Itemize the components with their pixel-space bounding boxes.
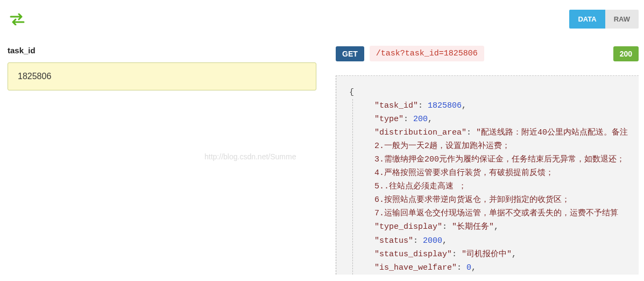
main-content: task_id GET /task?task_id=1825806 200 { … (0, 38, 644, 275)
json-status-display: "status_display": "司机报价中", (374, 248, 639, 261)
topbar: DATA RAW (0, 0, 644, 38)
json-distribution-area-l2: 2.一般为一天2趟，设置加跑补运费； (374, 139, 639, 153)
right-panel: GET /task?task_id=1825806 200 { "task_id… (336, 46, 639, 275)
json-distribution-area: "distribution_area": "配送线路：附近40公里内站点配送。备… (374, 126, 639, 139)
json-open-brace: { (346, 86, 639, 99)
json-is-have-welfare: "is_have_welfare": 0, (374, 261, 639, 275)
view-tabs: DATA RAW (569, 10, 639, 29)
field-label-task-id: task_id (8, 46, 316, 55)
json-type: "type": 200, (374, 113, 639, 126)
request-line: GET /task?task_id=1825806 200 (336, 46, 639, 61)
json-task-id: "task_id": 1825806, (374, 99, 639, 113)
task-id-input[interactable] (8, 62, 316, 90)
json-response-panel[interactable]: { "task_id": 1825806, "type": 200, "dist… (336, 75, 639, 275)
http-status-badge: 200 (613, 46, 639, 61)
json-distribution-area-l6: 6.按照站点要求带逆向货返仓，并卸到指定的收货区； (374, 193, 639, 207)
http-method-badge: GET (336, 46, 364, 61)
request-url: /task?task_id=1825806 (370, 46, 484, 61)
swap-arrows-icon (10, 13, 25, 25)
json-distribution-area-l7: 7.运输回单返仓交付现场运管，单据不交或者丢失的，运费不予结算 (374, 207, 639, 220)
json-distribution-area-l4: 4.严格按照运管要求自行装货，有破损提前反馈； (374, 166, 639, 180)
tab-data[interactable]: DATA (569, 10, 605, 29)
tab-raw[interactable]: RAW (605, 10, 639, 29)
json-status: "status": 2000, (374, 234, 639, 248)
json-distribution-area-l5: 5..往站点必须走高速 ； (374, 180, 639, 193)
left-panel: task_id (8, 46, 316, 275)
json-distribution-area-l3: 3.需缴纳押金200元作为履约保证金，任务结束后无异常，如数退还； (374, 153, 639, 166)
json-type-display: "type_display": "长期任务", (374, 220, 639, 234)
